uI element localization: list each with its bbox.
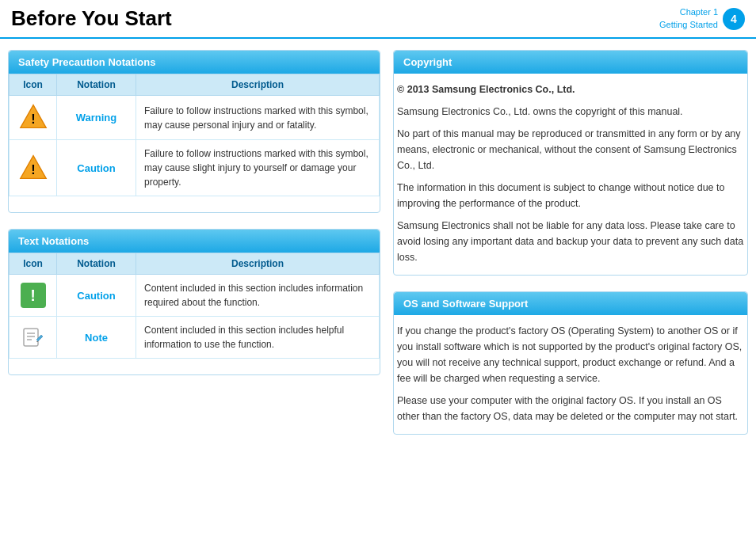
header-right: Chapter 1 Getting Started 4 <box>659 6 745 31</box>
table-row: ! Caution Failure to follow instructions… <box>10 140 380 196</box>
copyright-section-header: Copyright <box>394 51 747 74</box>
table-row: Note Content included in this section in… <box>10 317 380 359</box>
safety-col-notation: Notation <box>57 74 136 96</box>
chapter-info: Chapter 1 Getting Started <box>659 6 718 31</box>
caution-description: Failure to follow instructions marked wi… <box>136 140 380 196</box>
page-header: Before You Start Chapter 1 Getting Start… <box>0 0 756 39</box>
warning-triangle-icon: ! <box>19 102 48 131</box>
caution-notation: Caution <box>57 140 136 196</box>
caution-text-notation: Caution <box>57 275 136 317</box>
note-icon-cell <box>10 317 57 359</box>
text-table: Icon Notation Description ! Caution Cont… <box>9 253 380 359</box>
svg-text:!: ! <box>31 162 35 177</box>
note-notation: Note <box>57 317 136 359</box>
os-body: If you change the product's factory OS (… <box>394 315 747 434</box>
safety-precaution-section: Safety Precaution Notations Icon Notatio… <box>8 50 380 213</box>
os-p0: If you change the product's factory OS (… <box>397 323 744 386</box>
right-column: Copyright © 2013 Samsung Electronics Co.… <box>393 50 748 450</box>
warning-icon-cell: ! <box>10 96 57 140</box>
table-row: ! Caution Content included in this secti… <box>10 275 380 317</box>
safety-table: Icon Notation Description ! <box>9 74 380 196</box>
text-col-description: Description <box>136 253 380 275</box>
caution-icon-cell: ! <box>10 140 57 196</box>
text-notations-section: Text Notations Icon Notation Description <box>8 229 380 375</box>
main-content: Safety Precaution Notations Icon Notatio… <box>0 39 756 462</box>
text-section-header: Text Notations <box>9 230 380 253</box>
warning-notation: Warning <box>57 96 136 140</box>
warning-description: Failure to follow instructions marked wi… <box>136 96 380 140</box>
svg-text:!: ! <box>31 112 35 126</box>
caution-text-description: Content included in this section include… <box>136 275 380 317</box>
copyright-p1: Samsung Electronics Co., Ltd. owns the c… <box>397 104 744 120</box>
copyright-body: © 2013 Samsung Electronics Co., Ltd. Sam… <box>394 74 747 275</box>
caution-green-icon-cell: ! <box>10 275 57 317</box>
svg-marker-8 <box>36 335 43 341</box>
text-col-notation: Notation <box>57 253 136 275</box>
copyright-p4: Samsung Electronics shall not be liable … <box>397 218 744 265</box>
note-description: Content included in this section include… <box>136 317 380 359</box>
copyright-p0: © 2013 Samsung Electronics Co., Ltd. <box>397 82 744 97</box>
page-title: Before You Start <box>11 6 172 31</box>
copyright-section: Copyright © 2013 Samsung Electronics Co.… <box>393 50 748 276</box>
copyright-p3: The information in this document is subj… <box>397 180 744 211</box>
safety-section-header: Safety Precaution Notations <box>9 51 380 74</box>
table-row: ! Warning Failure to follow instructions… <box>10 96 380 140</box>
page-number-badge: 4 <box>723 8 745 30</box>
safety-col-description: Description <box>136 74 380 96</box>
os-section-header: OS and Software Support <box>394 292 747 315</box>
text-col-icon: Icon <box>10 253 57 275</box>
note-pencil-icon <box>21 324 46 349</box>
svg-rect-4 <box>24 329 38 346</box>
left-column: Safety Precaution Notations Icon Notatio… <box>8 50 380 450</box>
copyright-p2: No part of this manual may be reproduced… <box>397 126 744 173</box>
safety-col-icon: Icon <box>10 74 57 96</box>
caution-green-icon: ! <box>21 283 46 308</box>
caution-triangle-icon: ! <box>19 153 48 181</box>
os-p1: Please use your computer with the origin… <box>397 393 744 424</box>
os-section: OS and Software Support If you change th… <box>393 291 748 435</box>
text-section-body: Icon Notation Description ! Caution Cont… <box>9 253 380 359</box>
safety-section-body: Icon Notation Description ! <box>9 74 380 196</box>
